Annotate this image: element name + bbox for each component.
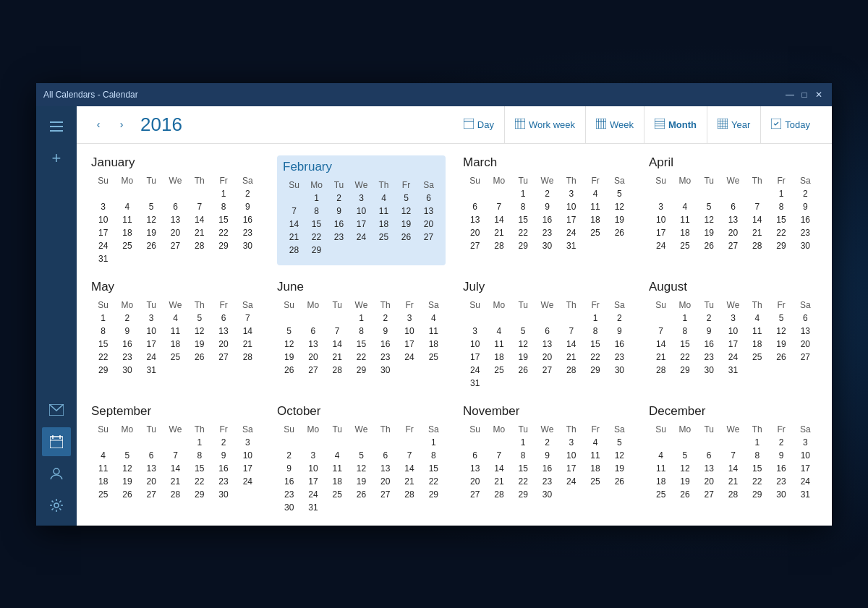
calendar-day[interactable]: 17	[463, 351, 487, 364]
calendar-day[interactable]: 13	[373, 462, 397, 475]
calendar-day[interactable]: 23	[769, 475, 793, 488]
calendar-day[interactable]: 13	[535, 338, 559, 351]
calendar-day[interactable]: 27	[211, 351, 235, 364]
calendar-day[interactable]: 25	[583, 226, 607, 239]
calendar-day[interactable]: 8	[511, 200, 535, 213]
calendar-day[interactable]: 24	[91, 239, 115, 252]
calendar-day[interactable]: 18	[115, 226, 139, 239]
calendar-day[interactable]: 3	[793, 436, 817, 449]
calendar-day[interactable]: 14	[397, 462, 421, 475]
calendar-day[interactable]: 6	[163, 200, 187, 213]
calendar-day[interactable]: 26	[395, 231, 417, 244]
calendar-day[interactable]: 18	[583, 462, 607, 475]
calendar-day[interactable]: 30	[373, 364, 397, 377]
calendar-day[interactable]: 6	[301, 325, 325, 338]
calendar-day[interactable]: 13	[463, 462, 487, 475]
calendar-day[interactable]: 27	[697, 488, 721, 501]
calendar-day[interactable]: 11	[91, 462, 115, 475]
calendar-day[interactable]: 16	[608, 338, 631, 351]
calendar-day[interactable]: 4	[487, 325, 511, 338]
calendar-day[interactable]: 31	[793, 488, 817, 501]
calendar-day[interactable]: 23	[373, 351, 397, 364]
calendar-day[interactable]: 3	[350, 192, 373, 205]
calendar-day[interactable]: 15	[422, 462, 446, 475]
calendar-day[interactable]: 7	[487, 449, 511, 462]
calendar-day[interactable]: 30	[277, 501, 301, 514]
calendar-day[interactable]: 30	[535, 239, 559, 252]
calendar-day[interactable]: 25	[583, 475, 607, 488]
calendar-day[interactable]: 11	[487, 338, 511, 351]
calendar-day[interactable]: 13	[417, 205, 440, 218]
calendar-day[interactable]: 19	[608, 462, 631, 475]
calendar-day[interactable]: 27	[793, 351, 817, 364]
calendar-day[interactable]: 23	[535, 226, 559, 239]
calendar-day[interactable]: 18	[649, 475, 673, 488]
calendar-day[interactable]: 13	[721, 213, 745, 226]
calendar-day[interactable]: 11	[673, 213, 697, 226]
calendar-day[interactable]: 24	[350, 231, 373, 244]
calendar-day[interactable]: 22	[187, 475, 211, 488]
calendar-day[interactable]: 6	[211, 312, 235, 325]
calendar-day[interactable]: 19	[115, 475, 139, 488]
calendar-day[interactable]: 4	[583, 436, 607, 449]
calendar-day[interactable]: 10	[350, 205, 373, 218]
calendar-day[interactable]: 24	[397, 351, 421, 364]
calendar-day[interactable]: 29	[583, 364, 607, 377]
calendar-day[interactable]: 27	[535, 364, 559, 377]
calendar-day[interactable]: 24	[649, 239, 673, 252]
calendar-day[interactable]: 9	[769, 449, 793, 462]
calendar-day[interactable]: 11	[649, 462, 673, 475]
calendar-day[interactable]: 30	[608, 364, 631, 377]
calendar-day[interactable]: 1	[745, 436, 769, 449]
calendar-day[interactable]: 5	[697, 200, 721, 213]
calendar-day[interactable]: 3	[721, 312, 745, 325]
calendar-day[interactable]: 29	[91, 364, 115, 377]
calendar-day[interactable]: 6	[463, 449, 487, 462]
calendar-day[interactable]: 14	[326, 338, 349, 351]
calendar-day[interactable]: 26	[511, 364, 535, 377]
calendar-day[interactable]: 23	[608, 351, 631, 364]
calendar-day[interactable]: 29	[511, 488, 535, 501]
calendar-day[interactable]: 4	[649, 449, 673, 462]
calendar-day[interactable]: 21	[283, 231, 305, 244]
tab-workweek[interactable]: Work week	[505, 106, 586, 144]
calendar-day[interactable]: 6	[793, 312, 817, 325]
calendar-day[interactable]: 10	[649, 213, 673, 226]
calendar-day[interactable]: 9	[211, 449, 235, 462]
calendar-day[interactable]: 5	[511, 325, 535, 338]
calendar-day[interactable]: 27	[140, 488, 163, 501]
sidebar-calendar-icon[interactable]	[42, 427, 71, 456]
calendar-day[interactable]: 29	[422, 488, 446, 501]
calendar-day[interactable]: 14	[187, 213, 211, 226]
calendar-day[interactable]: 2	[535, 187, 559, 200]
calendar-day[interactable]: 26	[608, 226, 631, 239]
calendar-day[interactable]: 27	[417, 231, 440, 244]
calendar-day[interactable]: 15	[187, 462, 211, 475]
calendar-day[interactable]: 16	[535, 213, 559, 226]
calendar-day[interactable]: 25	[422, 351, 446, 364]
calendar-day[interactable]: 7	[721, 449, 745, 462]
calendar-day[interactable]: 19	[277, 351, 301, 364]
calendar-day[interactable]: 5	[608, 187, 631, 200]
calendar-day[interactable]: 19	[187, 338, 211, 351]
calendar-day[interactable]: 1	[349, 312, 373, 325]
calendar-day[interactable]: 18	[487, 351, 511, 364]
calendar-day[interactable]: 20	[373, 475, 397, 488]
prev-button[interactable]: ‹	[88, 114, 109, 134]
calendar-day[interactable]: 16	[535, 462, 559, 475]
calendar-day[interactable]: 20	[417, 218, 440, 231]
calendar-day[interactable]: 9	[535, 449, 559, 462]
calendar-day[interactable]: 18	[673, 226, 697, 239]
calendar-day[interactable]: 28	[487, 239, 511, 252]
calendar-day[interactable]: 17	[350, 218, 373, 231]
calendar-day[interactable]: 9	[793, 200, 817, 213]
calendar-day[interactable]: 20	[535, 351, 559, 364]
calendar-day[interactable]: 4	[745, 312, 769, 325]
calendar-day[interactable]: 1	[422, 436, 446, 449]
calendar-day[interactable]: 24	[721, 351, 745, 364]
calendar-day[interactable]: 10	[140, 325, 163, 338]
calendar-day[interactable]: 27	[463, 239, 487, 252]
calendar-day[interactable]: 7	[283, 205, 305, 218]
calendar-day[interactable]: 20	[463, 226, 487, 239]
calendar-day[interactable]: 13	[140, 462, 163, 475]
